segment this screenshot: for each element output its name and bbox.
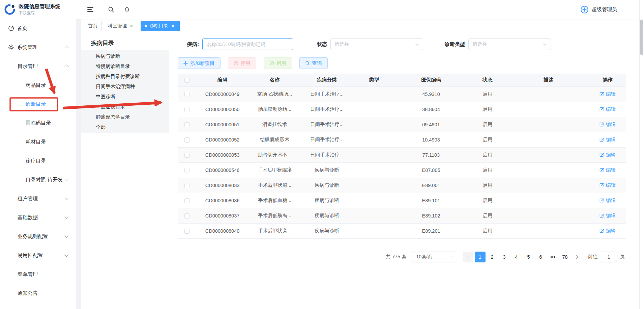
edit-button[interactable]: 编辑	[599, 197, 616, 204]
row-checkbox[interactable]	[184, 198, 189, 203]
row-checkbox[interactable]	[184, 229, 189, 234]
tree-item[interactable]: 特慢病诊断目录	[81, 61, 169, 71]
sidebar-item[interactable]: 国临码目录	[0, 113, 76, 132]
sidebar-item[interactable]: 菜单管理	[0, 265, 76, 284]
row-checkbox[interactable]	[184, 122, 189, 127]
sidebar-item[interactable]: 药品目录	[0, 76, 76, 95]
tree-item[interactable]: 疾病与诊断	[81, 51, 169, 61]
sidebar-item[interactable]: 基础数据	[0, 208, 76, 227]
disable-button[interactable]: 停用	[228, 57, 256, 69]
tab-close-icon[interactable]: ×	[170, 23, 176, 29]
row-checkbox[interactable]	[184, 213, 189, 218]
edit-button[interactable]: 编辑	[599, 182, 616, 188]
diagnosis-type-select[interactable]: 请选择	[468, 38, 551, 50]
row-checkbox[interactable]	[184, 168, 189, 173]
sidebar-item[interactable]: 租户管理	[0, 189, 76, 208]
cell-category: 日间手术治疗...	[301, 117, 353, 132]
sidebar-item[interactable]: 耗材目录	[0, 132, 76, 151]
bell-icon[interactable]	[124, 6, 130, 13]
edit-button[interactable]: 编辑	[599, 152, 616, 158]
cell-code: CD0000008033	[196, 178, 248, 193]
sidebar-item-label: 诊疗目录	[26, 158, 46, 164]
sidebar-item[interactable]: 目录管理	[0, 57, 76, 76]
column-header: 类型	[353, 74, 395, 86]
tree-item[interactable]: 全部	[81, 122, 169, 132]
enable-button[interactable]: 启用	[264, 57, 292, 69]
sidebar-item-label: 药品目录	[26, 82, 46, 88]
sidebar-item[interactable]: 业务规则配置	[0, 227, 76, 246]
page-button[interactable]: •••	[548, 252, 558, 262]
tree-item[interactable]: 中医诊断	[81, 92, 169, 102]
scrollbar-thumb[interactable]	[640, 20, 643, 55]
table-row: CD0000000049 空肠-乙状结肠... 日间手术治疗... 45.931…	[178, 86, 626, 102]
page-button[interactable]: 78	[560, 252, 570, 262]
page-button[interactable]: 1	[475, 252, 486, 262]
status-select[interactable]: 请选择	[330, 38, 423, 50]
top-header: 超级管理员	[76, 0, 644, 19]
tab[interactable]: 科室管理 ×	[104, 21, 138, 31]
sidebar-item[interactable]: 通知公告	[0, 284, 76, 303]
edit-button[interactable]: 编辑	[599, 228, 616, 234]
cell-name: 手术后甲状腺瘘	[248, 162, 301, 178]
row-checkbox-cell	[178, 208, 196, 223]
tab-close-icon[interactable]: ×	[129, 23, 134, 29]
tab-label: 首页	[88, 23, 97, 29]
sidebar-item-label: 菜单管理	[18, 271, 38, 278]
edit-button[interactable]: 编辑	[599, 212, 616, 219]
add-item-button[interactable]: 添加新项目	[178, 57, 221, 69]
page-button[interactable]: 3	[499, 252, 510, 262]
plus-icon	[183, 61, 188, 66]
tab[interactable]: 首页 ×	[84, 21, 101, 31]
sidebar-item[interactable]: 系统管理	[0, 38, 76, 57]
query-button[interactable]: 查询	[299, 57, 328, 69]
sidebar-item[interactable]: 易用性配置	[0, 246, 76, 265]
cell-actions: 编辑	[589, 162, 626, 178]
hamburger-icon[interactable]	[87, 6, 94, 12]
cell-status: 启用	[467, 86, 508, 102]
page-button[interactable]: 5	[523, 252, 534, 262]
active-tab-dot	[145, 25, 147, 27]
sidebar-item[interactable]: 诊断目录	[0, 95, 76, 113]
page-size-select[interactable]: 10条/页	[412, 252, 457, 262]
row-checkbox[interactable]	[184, 153, 189, 158]
tree-item[interactable]: 日间手术治疗病种	[81, 81, 169, 92]
edit-icon	[599, 213, 604, 218]
next-page-button[interactable]	[572, 252, 583, 262]
cell-category: 疾病与诊断	[301, 223, 353, 238]
cell-category: 疾病与诊断	[301, 178, 353, 193]
row-checkbox[interactable]	[184, 92, 189, 97]
row-checkbox[interactable]	[184, 137, 189, 143]
disease-search-input[interactable]	[202, 38, 293, 50]
page-button[interactable]: 2	[487, 252, 498, 262]
sidebar-item[interactable]: 诊疗目录	[0, 151, 76, 170]
prev-page-button[interactable]	[463, 252, 473, 262]
tab-label: 诊断目录	[149, 23, 168, 29]
page-button[interactable]: 6	[535, 252, 546, 262]
tree-item[interactable]: 中医证候目录	[81, 102, 169, 112]
edit-button[interactable]: 编辑	[599, 136, 616, 143]
cell-status: 启用	[467, 147, 508, 162]
cell-name: 手术后甲状腺...	[248, 178, 301, 193]
cell-code: CD0000000049	[196, 86, 248, 102]
tree-item[interactable]: 按病种目录付费诊断	[81, 71, 169, 81]
sidebar-item[interactable]: 目录对照-待开发	[0, 170, 76, 189]
row-checkbox-cell	[178, 132, 196, 147]
tab[interactable]: 诊断目录 ×	[141, 21, 180, 31]
edit-button[interactable]: 编辑	[599, 121, 616, 128]
edit-button[interactable]: 编辑	[599, 167, 616, 173]
app-logo	[4, 4, 16, 15]
page-button[interactable]: 4	[511, 252, 522, 262]
edit-button[interactable]: 编辑	[599, 106, 616, 112]
goto-page-input[interactable]	[601, 252, 617, 262]
user-menu[interactable]: 超级管理员	[580, 5, 617, 14]
row-checkbox[interactable]	[184, 107, 189, 112]
page-size-value: 10条/页	[416, 254, 432, 260]
tree-item[interactable]: 肿瘤形态学目录	[81, 112, 169, 122]
search-icon[interactable]	[108, 6, 114, 13]
sidebar-item[interactable]: 首页	[0, 19, 76, 38]
edit-button[interactable]: 编辑	[599, 91, 616, 97]
cell-category: 疾病与诊断	[301, 193, 353, 208]
row-checkbox[interactable]	[184, 183, 189, 188]
edit-icon	[599, 122, 604, 127]
select-all-checkbox[interactable]	[184, 78, 189, 83]
